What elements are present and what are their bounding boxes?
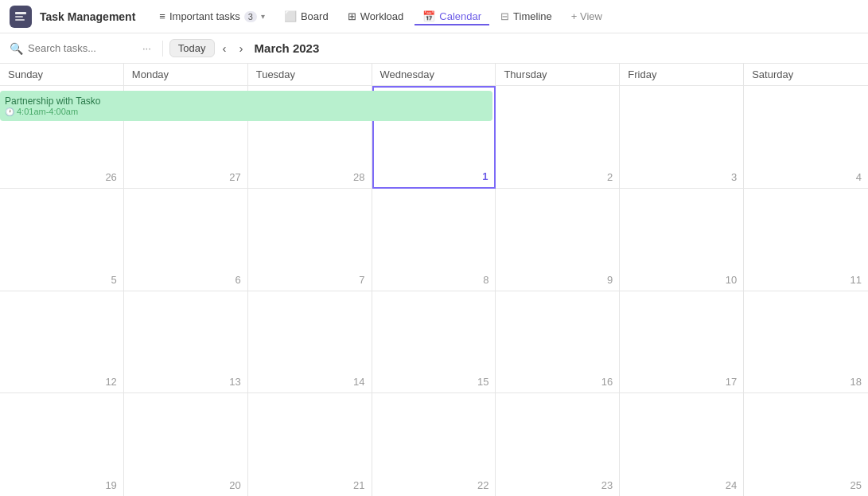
date-number: 12 (105, 376, 116, 388)
calendar-container: Sunday Monday Tuesday Wednesday Thursday… (0, 64, 868, 496)
toolbar: 🔍 ··· Today ‹ › March 2023 (0, 33, 868, 64)
day-headers-row: Sunday Monday Tuesday Wednesday Thursday… (0, 64, 868, 86)
date-number: 10 (726, 274, 737, 286)
cell-21[interactable]: 21 (248, 393, 372, 496)
date-number: 15 (477, 376, 488, 388)
prev-month-button[interactable]: ‹ (218, 39, 232, 57)
cell-6[interactable]: 6 (124, 189, 248, 291)
cell-2[interactable]: 2 (496, 86, 620, 189)
cell-7[interactable]: 7 (248, 189, 372, 291)
cell-24[interactable]: 24 (620, 393, 744, 496)
cell-10[interactable]: 10 (620, 189, 744, 291)
date-number: 5 (111, 274, 117, 286)
date-number: 25 (850, 479, 862, 491)
svg-rect-1 (15, 16, 23, 18)
date-number: 4 (856, 171, 862, 183)
header-saturday: Saturday (744, 64, 868, 85)
next-month-button[interactable]: › (235, 39, 248, 57)
nav-item-calendar[interactable]: 📅 Calendar (415, 7, 489, 25)
cell-27[interactable]: 27 (124, 86, 248, 189)
add-view-button[interactable]: + View (563, 7, 610, 25)
date-number: 8 (483, 274, 488, 286)
date-number: 21 (353, 479, 364, 491)
cell-15[interactable]: 15 (372, 291, 496, 394)
header-monday: Monday (124, 64, 248, 85)
date-number: 3 (731, 171, 737, 183)
date-number: 26 (105, 171, 116, 183)
cell-8[interactable]: 8 (372, 189, 496, 291)
cell-1[interactable]: 1 (372, 86, 496, 189)
nav-item-workload[interactable]: ⊞ Workload (340, 7, 412, 25)
calendar-grid: 26 27 28 1 2 3 4 5 (0, 86, 868, 496)
search-box[interactable]: 🔍 (10, 42, 131, 55)
date-number: 9 (607, 274, 613, 286)
app-icon (10, 6, 32, 28)
search-input[interactable] (28, 42, 131, 54)
date-number: 20 (229, 479, 240, 491)
header-tuesday: Tuesday (248, 64, 372, 85)
date-number: 22 (477, 479, 488, 491)
task-badge: 3 (244, 11, 257, 22)
search-icon: 🔍 (10, 42, 23, 55)
date-number: 6 (235, 274, 240, 286)
header-friday: Friday (620, 64, 744, 85)
dropdown-chevron-icon: ▾ (261, 12, 265, 21)
date-number: 16 (601, 376, 613, 388)
cell-3[interactable]: 3 (620, 86, 744, 189)
date-number: 23 (601, 479, 613, 491)
date-number: 14 (353, 376, 364, 388)
cell-25[interactable]: 25 (744, 393, 868, 496)
date-number: 19 (105, 479, 116, 491)
cell-16[interactable]: 16 (496, 291, 620, 394)
cell-19[interactable]: 19 (0, 393, 124, 496)
date-number: 7 (359, 274, 364, 286)
app-title: Task Management (40, 10, 135, 23)
date-number: 2 (607, 171, 613, 183)
cell-23[interactable]: 23 (496, 393, 620, 496)
date-number: 28 (353, 171, 364, 183)
cell-12[interactable]: 12 (0, 291, 124, 394)
workload-icon: ⊞ (348, 10, 356, 22)
cell-17[interactable]: 17 (620, 291, 744, 394)
date-number: 1 (482, 170, 488, 182)
cell-28[interactable]: 28 (248, 86, 372, 189)
date-number: 17 (726, 376, 737, 388)
svg-rect-0 (15, 12, 26, 14)
cell-26[interactable]: 26 (0, 86, 124, 189)
date-number: 18 (850, 376, 862, 388)
header-sunday: Sunday (0, 64, 124, 85)
header-thursday: Thursday (496, 64, 620, 85)
list-icon: ≡ (159, 10, 165, 22)
nav-item-timeline[interactable]: ⊟ Timeline (492, 7, 560, 25)
cell-5[interactable]: 5 (0, 189, 124, 291)
nav-item-board[interactable]: ⬜ Board (276, 7, 337, 25)
date-number: 24 (726, 479, 737, 491)
separator (162, 41, 163, 57)
nav-item-important-tasks[interactable]: ≡ Important tasks 3 ▾ (151, 7, 273, 25)
top-navigation: Task Management ≡ Important tasks 3 ▾ ⬜ … (0, 0, 868, 33)
calendar-body: 26 27 28 1 2 3 4 5 (0, 86, 868, 496)
date-navigation: Today ‹ › March 2023 (169, 39, 319, 57)
cell-20[interactable]: 20 (124, 393, 248, 496)
month-year-label: March 2023 (255, 41, 320, 55)
cell-11[interactable]: 11 (744, 189, 868, 291)
cell-13[interactable]: 13 (124, 291, 248, 394)
cell-22[interactable]: 22 (372, 393, 496, 496)
header-wednesday: Wednesday (372, 64, 496, 85)
svg-rect-2 (15, 19, 25, 21)
cell-14[interactable]: 14 (248, 291, 372, 394)
cell-9[interactable]: 9 (496, 189, 620, 291)
date-number: 11 (850, 274, 862, 286)
board-icon: ⬜ (284, 10, 297, 22)
cell-4[interactable]: 4 (744, 86, 868, 189)
today-button[interactable]: Today (169, 39, 215, 57)
calendar-icon: 📅 (422, 10, 435, 22)
date-number: 27 (229, 171, 240, 183)
date-number: 13 (229, 376, 240, 388)
more-options-button[interactable]: ··· (138, 40, 156, 57)
timeline-icon: ⊟ (500, 10, 509, 22)
cell-18[interactable]: 18 (744, 291, 868, 394)
